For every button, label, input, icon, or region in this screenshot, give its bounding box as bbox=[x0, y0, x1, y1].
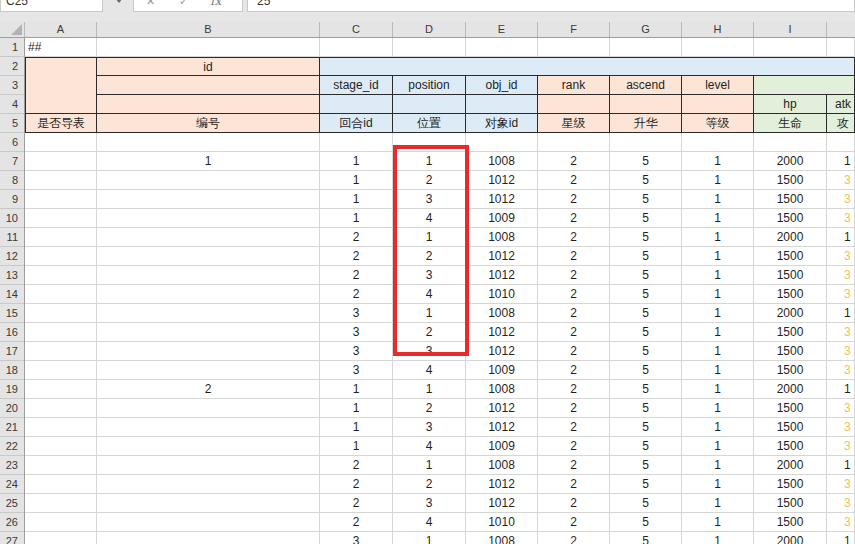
cell-J10[interactable]: 3 bbox=[827, 209, 855, 228]
cell-H14[interactable]: 1 bbox=[682, 285, 754, 304]
cell-H3[interactable]: level bbox=[682, 76, 754, 95]
cell-F26[interactable]: 2 bbox=[538, 513, 610, 532]
cell-A25[interactable] bbox=[25, 494, 97, 513]
cell-D26[interactable]: 4 bbox=[393, 513, 466, 532]
cell-E22[interactable]: 1009 bbox=[466, 437, 538, 456]
row-header-17[interactable]: 17 bbox=[0, 342, 24, 361]
cell-E20[interactable]: 1012 bbox=[466, 399, 538, 418]
cell-I5[interactable]: 生命 bbox=[754, 114, 827, 133]
cell-G27[interactable]: 5 bbox=[610, 532, 682, 544]
cell-I17[interactable]: 1500 bbox=[754, 342, 827, 361]
cell-B16[interactable] bbox=[97, 323, 320, 342]
cell-D19[interactable]: 1 bbox=[393, 380, 466, 399]
cell-J23[interactable]: 1 bbox=[827, 456, 855, 475]
cell-C4[interactable] bbox=[320, 95, 393, 114]
row-header-7[interactable]: 7 bbox=[0, 152, 24, 171]
cell-F3[interactable]: rank bbox=[538, 76, 610, 95]
row-header-10[interactable]: 10 bbox=[0, 209, 24, 228]
cell-J4[interactable]: atk bbox=[827, 95, 855, 114]
cell-G5[interactable]: 升华 bbox=[610, 114, 682, 133]
row-header-16[interactable]: 16 bbox=[0, 323, 24, 342]
cell-G26[interactable]: 5 bbox=[610, 513, 682, 532]
cell-D15[interactable]: 1 bbox=[393, 304, 466, 323]
row-header-14[interactable]: 14 bbox=[0, 285, 24, 304]
cell-A8[interactable] bbox=[25, 171, 97, 190]
cell-F25[interactable]: 2 bbox=[538, 494, 610, 513]
cell-D20[interactable]: 2 bbox=[393, 399, 466, 418]
col-header-C[interactable]: C bbox=[320, 22, 393, 37]
row-header-21[interactable]: 21 bbox=[0, 418, 24, 437]
cell-E4[interactable] bbox=[466, 95, 538, 114]
cell-J12[interactable]: 3 bbox=[827, 247, 855, 266]
cell-G11[interactable]: 5 bbox=[610, 228, 682, 247]
cell-A19[interactable] bbox=[25, 380, 97, 399]
cell-I13[interactable]: 1500 bbox=[754, 266, 827, 285]
cell-B27[interactable] bbox=[97, 532, 320, 544]
cell-H7[interactable]: 1 bbox=[682, 152, 754, 171]
cell-C22[interactable]: 1 bbox=[320, 437, 393, 456]
cell-H23[interactable]: 1 bbox=[682, 456, 754, 475]
cell-F23[interactable]: 2 bbox=[538, 456, 610, 475]
cell-E21[interactable]: 1012 bbox=[466, 418, 538, 437]
cell-H27[interactable]: 1 bbox=[682, 532, 754, 544]
cell-C9[interactable]: 1 bbox=[320, 190, 393, 209]
cell-C24[interactable]: 2 bbox=[320, 475, 393, 494]
cell-F17[interactable]: 2 bbox=[538, 342, 610, 361]
cell-I24[interactable]: 1500 bbox=[754, 475, 827, 494]
cell-A27[interactable] bbox=[25, 532, 97, 544]
cell-F9[interactable]: 2 bbox=[538, 190, 610, 209]
cell-J6[interactable] bbox=[827, 133, 855, 152]
cell-H13[interactable]: 1 bbox=[682, 266, 754, 285]
cell-B23[interactable] bbox=[97, 456, 320, 475]
cell-E5[interactable]: 对象id bbox=[466, 114, 538, 133]
cell-J5[interactable]: 攻击 bbox=[827, 114, 855, 133]
cell-E8[interactable]: 1012 bbox=[466, 171, 538, 190]
cell-E27[interactable]: 1008 bbox=[466, 532, 538, 544]
cell-C5[interactable]: 回合id bbox=[320, 114, 393, 133]
cell-F15[interactable]: 2 bbox=[538, 304, 610, 323]
cell-I23[interactable]: 2000 bbox=[754, 456, 827, 475]
cell-D5[interactable]: 位置 bbox=[393, 114, 466, 133]
cell-B8[interactable] bbox=[97, 171, 320, 190]
cell-F24[interactable]: 2 bbox=[538, 475, 610, 494]
cell-D12[interactable]: 2 bbox=[393, 247, 466, 266]
cell-B10[interactable] bbox=[97, 209, 320, 228]
cell-E9[interactable]: 1012 bbox=[466, 190, 538, 209]
row-header-11[interactable]: 11 bbox=[0, 228, 24, 247]
cell-J25[interactable]: 3 bbox=[827, 494, 855, 513]
row-header-20[interactable]: 20 bbox=[0, 399, 24, 418]
col-header-E[interactable]: E bbox=[466, 22, 538, 37]
col-header-I[interactable]: I bbox=[754, 22, 827, 37]
row-header-12[interactable]: 12 bbox=[0, 247, 24, 266]
cell-D9[interactable]: 3 bbox=[393, 190, 466, 209]
cell-H25[interactable]: 1 bbox=[682, 494, 754, 513]
cell-G21[interactable]: 5 bbox=[610, 418, 682, 437]
cell-I10[interactable]: 1500 bbox=[754, 209, 827, 228]
cell-A9[interactable] bbox=[25, 190, 97, 209]
cell-I25[interactable]: 1500 bbox=[754, 494, 827, 513]
cell-B1[interactable] bbox=[97, 38, 320, 57]
cell-F21[interactable]: 2 bbox=[538, 418, 610, 437]
cell-G4[interactable] bbox=[610, 95, 682, 114]
cell-F18[interactable]: 2 bbox=[538, 361, 610, 380]
cell-H17[interactable]: 1 bbox=[682, 342, 754, 361]
row-header-23[interactable]: 23 bbox=[0, 456, 24, 475]
cell-H24[interactable]: 1 bbox=[682, 475, 754, 494]
cell-B9[interactable] bbox=[97, 190, 320, 209]
cell-D1[interactable] bbox=[393, 38, 466, 57]
cell-J24[interactable]: 3 bbox=[827, 475, 855, 494]
cell-J20[interactable]: 3 bbox=[827, 399, 855, 418]
row-header-13[interactable]: 13 bbox=[0, 266, 24, 285]
row-header-22[interactable]: 22 bbox=[0, 437, 24, 456]
cell-B24[interactable] bbox=[97, 475, 320, 494]
cell-G6[interactable] bbox=[610, 133, 682, 152]
cell-D13[interactable]: 3 bbox=[393, 266, 466, 285]
cell-C15[interactable]: 3 bbox=[320, 304, 393, 323]
cell-H10[interactable]: 1 bbox=[682, 209, 754, 228]
cell-A23[interactable] bbox=[25, 456, 97, 475]
cell-D14[interactable]: 4 bbox=[393, 285, 466, 304]
row-header-27[interactable]: 27 bbox=[0, 532, 24, 544]
cell-H26[interactable]: 1 bbox=[682, 513, 754, 532]
name-box-dropdown[interactable] bbox=[104, 0, 132, 12]
cell-I11[interactable]: 2000 bbox=[754, 228, 827, 247]
